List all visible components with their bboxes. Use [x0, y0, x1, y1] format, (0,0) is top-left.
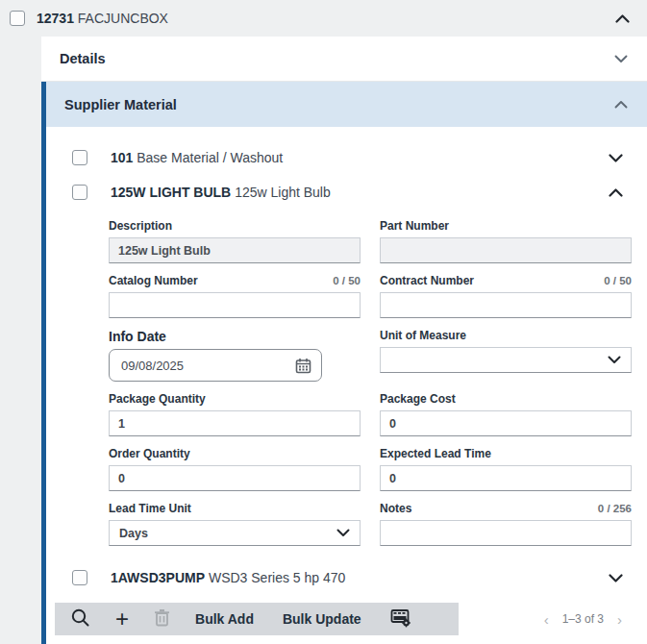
pagination: ‹ 1–3 of 3 ›	[544, 612, 622, 627]
notes-counter: 0 / 256	[598, 503, 632, 514]
material-101-label: 101 Base Material / Washout	[111, 150, 283, 165]
material-101-checkbox[interactable]	[72, 150, 87, 165]
previous-page-icon[interactable]: ‹	[544, 612, 549, 627]
part-number-label: Part Number	[380, 219, 449, 233]
catalog-number-counter: 0 / 50	[333, 275, 361, 286]
notes-input[interactable]	[380, 520, 632, 546]
material-pump-label: 1AWSD3PUMP WSD3 Series 5 hp 470	[111, 570, 345, 585]
chevron-down-icon	[608, 356, 621, 364]
material-row-101: 101 Base Material / Washout	[46, 140, 647, 175]
add-icon: +	[115, 609, 129, 629]
package-cost-field-group: Package Cost	[380, 392, 632, 436]
description-input[interactable]	[109, 237, 361, 263]
add-button[interactable]: +	[115, 609, 129, 629]
package-quantity-label: Package Quantity	[109, 392, 206, 406]
order-quantity-input[interactable]	[109, 465, 361, 491]
parent-item-code: 12731	[37, 11, 74, 26]
parent-item-title: 12731 FACJUNCBOX	[37, 11, 168, 26]
expand-chevron-icon[interactable]	[614, 55, 628, 63]
expected-lead-time-label: Expected Lead Time	[380, 447, 491, 460]
chevron-down-icon	[336, 529, 350, 537]
search-button[interactable]	[70, 607, 90, 631]
collapse-chevron-icon[interactable]	[609, 188, 623, 197]
contract-number-input[interactable]	[380, 292, 632, 318]
notes-label: Notes	[380, 502, 411, 515]
info-date-input[interactable]: 09/08/2025	[109, 349, 322, 382]
supplier-material-section: Supplier Material 101 Base Material / Wa…	[41, 82, 647, 644]
details-title: Details	[60, 51, 106, 66]
supplier-material-accordion-header[interactable]: Supplier Material	[46, 82, 647, 127]
item-detail-panel: Details Supplier Material 101 Base Mater…	[41, 37, 647, 644]
unit-of-measure-field-group: Unit of Measure	[380, 329, 632, 382]
expand-chevron-icon[interactable]	[609, 154, 623, 162]
bulk-add-button[interactable]: Bulk Add	[195, 611, 254, 627]
contract-number-label: Contract Number	[380, 274, 474, 287]
catalog-number-field-group: Catalog Number 0 / 50	[109, 274, 361, 318]
next-page-icon[interactable]: ›	[617, 612, 622, 627]
personalize-columns-button[interactable]	[390, 608, 411, 631]
notes-field-group: Notes 0 / 256	[380, 502, 632, 546]
info-date-value: 09/08/2025	[121, 359, 184, 373]
supplier-material-body: 101 Base Material / Washout 125W LIGHT B…	[46, 127, 647, 644]
expected-lead-time-input[interactable]	[380, 465, 632, 491]
collapse-chevron-icon[interactable]	[615, 14, 630, 23]
package-cost-input[interactable]	[380, 410, 632, 436]
collapse-chevron-icon[interactable]	[614, 100, 628, 109]
description-label: Description	[109, 219, 172, 233]
package-cost-label: Package Cost	[380, 392, 456, 406]
expand-chevron-icon[interactable]	[609, 574, 623, 582]
supplier-material-title: Supplier Material	[64, 97, 177, 112]
material-row-1awsd3pump: 1AWSD3PUMP WSD3 Series 5 hp 470	[46, 560, 647, 595]
info-date-field-group: Info Date 09/08/2025	[109, 329, 361, 382]
details-accordion-header[interactable]: Details	[41, 37, 647, 82]
bulk-update-button[interactable]: Bulk Update	[283, 611, 361, 627]
material-row-125w: 125W LIGHT BULB 125w Light Bulb	[46, 175, 647, 210]
contract-number-counter: 0 / 50	[604, 275, 632, 286]
contract-number-field-group: Contract Number 0 / 50	[380, 274, 632, 318]
package-quantity-field-group: Package Quantity	[109, 392, 361, 436]
order-quantity-label: Order Quantity	[109, 447, 190, 460]
material-125w-label: 125W LIGHT BULB 125w Light Bulb	[111, 185, 331, 200]
list-footer: + Bulk Add	[55, 603, 647, 635]
material-edit-form: Description Part Number Catalog Number 0…	[109, 219, 630, 557]
personalize-columns-icon	[390, 608, 411, 631]
catalog-number-label: Catalog Number	[109, 274, 198, 287]
lead-time-unit-field-group: Lead Time Unit Days	[109, 502, 361, 546]
order-quantity-field-group: Order Quantity	[109, 447, 361, 491]
part-number-input[interactable]	[380, 237, 632, 263]
pagination-text: 1–3 of 3	[562, 612, 604, 626]
lead-time-unit-value: Days	[119, 527, 148, 540]
unit-of-measure-select[interactable]	[380, 347, 632, 373]
material-list-toolbar: + Bulk Add	[55, 603, 459, 635]
delete-button[interactable]	[154, 608, 170, 630]
parent-item-row: 12731 FACJUNCBOX	[0, 0, 647, 37]
package-quantity-input[interactable]	[109, 410, 361, 436]
description-field-group: Description	[109, 219, 361, 263]
part-number-field-group: Part Number	[380, 219, 632, 263]
catalog-number-input[interactable]	[109, 292, 361, 318]
info-date-label: Info Date	[109, 329, 166, 344]
search-icon	[70, 607, 90, 631]
delete-icon	[154, 608, 170, 630]
material-125w-checkbox[interactable]	[72, 185, 87, 200]
parent-item-name: FACJUNCBOX	[78, 11, 168, 26]
calendar-icon[interactable]	[295, 358, 311, 374]
parent-item-checkbox[interactable]	[10, 11, 25, 26]
expected-lead-time-field-group: Expected Lead Time	[380, 447, 632, 491]
lead-time-unit-select[interactable]: Days	[109, 520, 361, 546]
unit-of-measure-label: Unit of Measure	[380, 329, 466, 342]
material-pump-checkbox[interactable]	[72, 570, 87, 585]
lead-time-unit-label: Lead Time Unit	[109, 502, 191, 515]
